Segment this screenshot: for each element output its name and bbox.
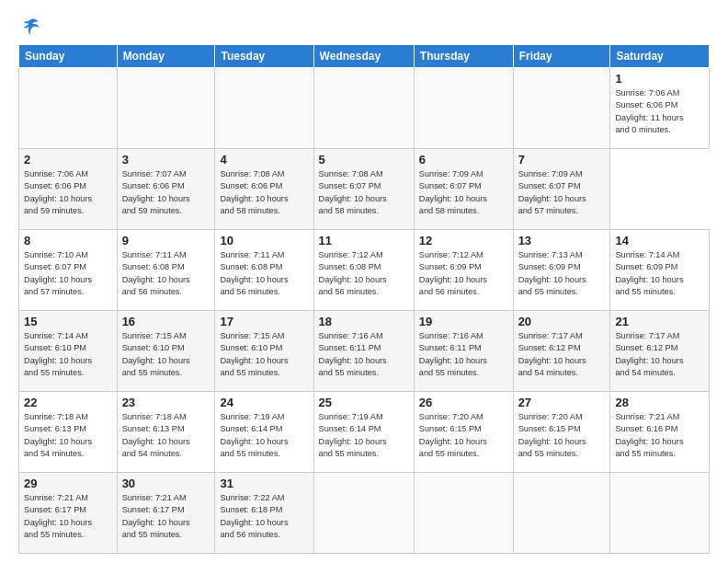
day-detail: Sunrise: 7:21 AMSunset: 6:16 PMDaylight:… [615,411,704,460]
day-number: 26 [419,396,508,409]
day-number: 29 [24,477,112,490]
day-detail: Sunrise: 7:15 AMSunset: 6:10 PMDaylight:… [220,330,308,379]
weekday-header-thursday: Thursday [414,45,513,68]
day-number: 2 [24,153,112,167]
day-number: 13 [518,234,606,247]
day-detail: Sunrise: 7:08 AMSunset: 6:07 PMDaylight:… [319,168,409,217]
calendar-cell-day-2: 2Sunrise: 7:06 AMSunset: 6:06 PMDaylight… [19,149,118,230]
day-detail: Sunrise: 7:09 AMSunset: 6:07 PMDaylight:… [419,168,508,217]
weekday-header-monday: Monday [117,45,215,68]
calendar-cell-day-9: 9Sunrise: 7:11 AMSunset: 6:08 PMDaylight… [117,230,215,311]
day-number: 22 [24,396,112,409]
day-number: 10 [220,234,308,247]
day-detail: Sunrise: 7:21 AMSunset: 6:17 PMDaylight:… [122,492,210,541]
day-detail: Sunrise: 7:20 AMSunset: 6:15 PMDaylight:… [518,411,606,460]
calendar-cell-day-27: 27Sunrise: 7:20 AMSunset: 6:15 PMDayligh… [513,392,610,473]
day-number: 8 [24,234,112,247]
day-detail: Sunrise: 7:16 AMSunset: 6:11 PMDaylight:… [419,330,508,379]
day-detail: Sunrise: 7:20 AMSunset: 6:15 PMDaylight:… [419,411,508,460]
day-detail: Sunrise: 7:09 AMSunset: 6:07 PMDaylight:… [518,168,606,217]
day-number: 5 [319,153,409,167]
calendar-cell-day-6: 6Sunrise: 7:09 AMSunset: 6:07 PMDaylight… [414,149,513,230]
logo-bird-icon [20,17,40,37]
weekday-header-row: SundayMondayTuesdayWednesdayThursdayFrid… [19,45,710,68]
calendar-week-row: 2Sunrise: 7:06 AMSunset: 6:06 PMDaylight… [19,149,710,230]
day-detail: Sunrise: 7:12 AMSunset: 6:08 PMDaylight:… [319,249,409,298]
calendar-cell-day-20: 20Sunrise: 7:17 AMSunset: 6:12 PMDayligh… [513,311,610,392]
day-number: 15 [24,315,112,328]
day-detail: Sunrise: 7:18 AMSunset: 6:13 PMDaylight:… [24,411,112,460]
day-number: 9 [122,234,210,247]
day-number: 28 [615,396,704,409]
calendar-cell-day-7: 7Sunrise: 7:09 AMSunset: 6:07 PMDaylight… [513,149,610,230]
empty-cell [513,473,610,554]
day-detail: Sunrise: 7:12 AMSunset: 6:09 PMDaylight:… [419,249,508,298]
day-number: 24 [220,396,308,409]
calendar-body: 1Sunrise: 7:06 AMSunset: 6:06 PMDaylight… [19,68,710,554]
day-number: 12 [419,234,508,247]
day-number: 20 [518,315,606,328]
day-number: 30 [122,477,210,490]
calendar-cell-day-29: 29Sunrise: 7:21 AMSunset: 6:17 PMDayligh… [19,473,118,554]
calendar-cell-day-30: 30Sunrise: 7:21 AMSunset: 6:17 PMDayligh… [117,473,215,554]
calendar-cell-day-12: 12Sunrise: 7:12 AMSunset: 6:09 PMDayligh… [414,230,513,311]
calendar-week-row: 29Sunrise: 7:21 AMSunset: 6:17 PMDayligh… [19,473,710,554]
day-detail: Sunrise: 7:14 AMSunset: 6:10 PMDaylight:… [24,330,112,379]
day-detail: Sunrise: 7:17 AMSunset: 6:12 PMDaylight:… [518,330,606,379]
calendar-cell-day-24: 24Sunrise: 7:19 AMSunset: 6:14 PMDayligh… [215,392,313,473]
weekday-header-wednesday: Wednesday [313,45,414,68]
day-number: 14 [615,234,704,247]
calendar-cell-day-16: 16Sunrise: 7:15 AMSunset: 6:10 PMDayligh… [117,311,215,392]
calendar-cell-day-14: 14Sunrise: 7:14 AMSunset: 6:09 PMDayligh… [610,230,710,311]
calendar-cell-day-17: 17Sunrise: 7:15 AMSunset: 6:10 PMDayligh… [215,311,313,392]
day-detail: Sunrise: 7:17 AMSunset: 6:12 PMDaylight:… [615,330,704,379]
calendar-week-row: 1Sunrise: 7:06 AMSunset: 6:06 PMDaylight… [19,68,710,149]
calendar-cell-day-31: 31Sunrise: 7:22 AMSunset: 6:18 PMDayligh… [215,473,313,554]
calendar-week-row: 8Sunrise: 7:10 AMSunset: 6:07 PMDaylight… [19,230,710,311]
header [18,17,710,37]
empty-cell [117,68,215,149]
day-detail: Sunrise: 7:18 AMSunset: 6:13 PMDaylight:… [122,411,210,460]
calendar-table: SundayMondayTuesdayWednesdayThursdayFrid… [18,44,710,554]
day-detail: Sunrise: 7:11 AMSunset: 6:08 PMDaylight:… [220,249,308,298]
weekday-header-friday: Friday [513,45,610,68]
calendar-cell-day-13: 13Sunrise: 7:13 AMSunset: 6:09 PMDayligh… [513,230,610,311]
calendar-cell-day-21: 21Sunrise: 7:17 AMSunset: 6:12 PMDayligh… [610,311,710,392]
day-detail: Sunrise: 7:06 AMSunset: 6:06 PMDaylight:… [24,168,112,217]
day-number: 19 [419,315,508,328]
day-detail: Sunrise: 7:13 AMSunset: 6:09 PMDaylight:… [518,249,606,298]
calendar-cell-day-18: 18Sunrise: 7:16 AMSunset: 6:11 PMDayligh… [313,311,414,392]
empty-cell [215,68,313,149]
day-detail: Sunrise: 7:22 AMSunset: 6:18 PMDaylight:… [220,492,308,541]
day-detail: Sunrise: 7:14 AMSunset: 6:09 PMDaylight:… [615,249,704,298]
day-number: 1 [615,72,704,86]
day-detail: Sunrise: 7:19 AMSunset: 6:14 PMDaylight:… [220,411,308,460]
day-number: 23 [122,396,210,409]
day-detail: Sunrise: 7:06 AMSunset: 6:06 PMDaylight:… [615,87,704,136]
calendar-cell-day-23: 23Sunrise: 7:18 AMSunset: 6:13 PMDayligh… [117,392,215,473]
calendar-cell-day-22: 22Sunrise: 7:18 AMSunset: 6:13 PMDayligh… [19,392,118,473]
empty-cell [414,68,513,149]
day-number: 3 [122,153,210,167]
day-number: 25 [319,396,409,409]
day-number: 27 [518,396,606,409]
empty-cell [19,68,118,149]
calendar-cell-day-3: 3Sunrise: 7:07 AMSunset: 6:06 PMDaylight… [117,149,215,230]
calendar-cell-day-25: 25Sunrise: 7:19 AMSunset: 6:14 PMDayligh… [313,392,414,473]
day-detail: Sunrise: 7:11 AMSunset: 6:08 PMDaylight:… [122,249,210,298]
calendar-week-row: 15Sunrise: 7:14 AMSunset: 6:10 PMDayligh… [19,311,710,392]
day-detail: Sunrise: 7:10 AMSunset: 6:07 PMDaylight:… [24,249,112,298]
day-number: 11 [319,234,409,247]
calendar-cell-day-4: 4Sunrise: 7:08 AMSunset: 6:06 PMDaylight… [215,149,313,230]
calendar-cell-day-10: 10Sunrise: 7:11 AMSunset: 6:08 PMDayligh… [215,230,313,311]
page: SundayMondayTuesdayWednesdayThursdayFrid… [0,0,728,563]
day-number: 17 [220,315,308,328]
empty-cell [610,473,710,554]
calendar-cell-day-28: 28Sunrise: 7:21 AMSunset: 6:16 PMDayligh… [610,392,710,473]
calendar-cell-day-5: 5Sunrise: 7:08 AMSunset: 6:07 PMDaylight… [313,149,414,230]
empty-cell [313,473,414,554]
calendar-cell-day-11: 11Sunrise: 7:12 AMSunset: 6:08 PMDayligh… [313,230,414,311]
day-number: 16 [122,315,210,328]
day-number: 6 [419,153,508,167]
calendar-cell-day-8: 8Sunrise: 7:10 AMSunset: 6:07 PMDaylight… [19,230,118,311]
